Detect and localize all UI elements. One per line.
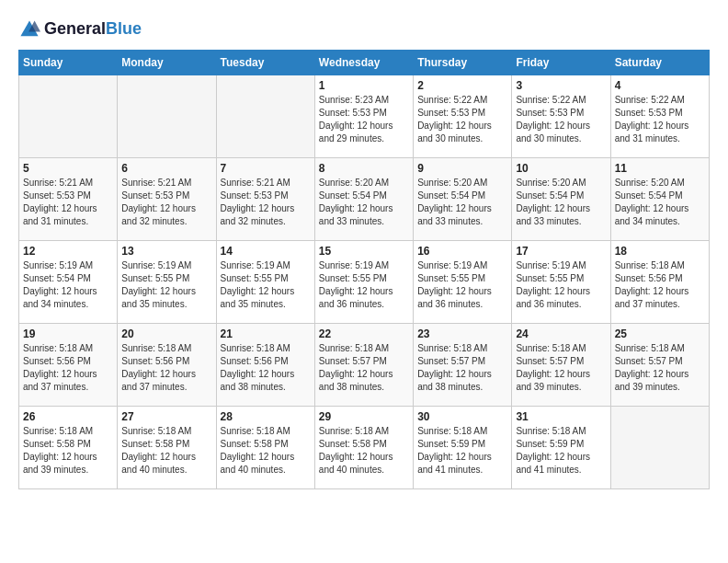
day-info: Sunrise: 5:18 AMSunset: 5:58 PMDaylight:…	[121, 425, 211, 477]
calendar-day-cell	[19, 75, 118, 158]
logo-icon	[18, 18, 40, 40]
logo: GeneralBlue	[18, 18, 142, 40]
day-number: 21	[221, 327, 311, 340]
day-number: 31	[516, 410, 606, 423]
calendar-day-cell: 13Sunrise: 5:19 AMSunset: 5:55 PMDayligh…	[118, 241, 216, 324]
day-number: 2	[417, 79, 507, 92]
day-info: Sunrise: 5:18 AMSunset: 5:58 PMDaylight:…	[319, 425, 409, 477]
calendar-day-cell: 10Sunrise: 5:20 AMSunset: 5:54 PMDayligh…	[512, 158, 610, 241]
day-info: Sunrise: 5:20 AMSunset: 5:54 PMDaylight:…	[319, 177, 409, 228]
day-info: Sunrise: 5:18 AMSunset: 5:56 PMDaylight:…	[23, 342, 113, 394]
day-info: Sunrise: 5:18 AMSunset: 5:58 PMDaylight:…	[23, 425, 113, 477]
day-info: Sunrise: 5:22 AMSunset: 5:53 PMDaylight:…	[417, 94, 507, 145]
calendar-day-cell: 14Sunrise: 5:19 AMSunset: 5:55 PMDayligh…	[216, 241, 314, 324]
day-number: 20	[121, 327, 211, 340]
day-info: Sunrise: 5:21 AMSunset: 5:53 PMDaylight:…	[121, 177, 211, 228]
day-number: 13	[121, 245, 211, 258]
day-info: Sunrise: 5:21 AMSunset: 5:53 PMDaylight:…	[23, 177, 113, 228]
day-info: Sunrise: 5:18 AMSunset: 5:57 PMDaylight:…	[615, 342, 705, 394]
day-info: Sunrise: 5:18 AMSunset: 5:59 PMDaylight:…	[417, 425, 507, 477]
day-number: 9	[417, 162, 507, 175]
calendar-day-cell: 7Sunrise: 5:21 AMSunset: 5:53 PMDaylight…	[216, 158, 314, 241]
calendar-day-cell: 9Sunrise: 5:20 AMSunset: 5:54 PMDaylight…	[414, 158, 512, 241]
calendar-day-cell: 28Sunrise: 5:18 AMSunset: 5:58 PMDayligh…	[216, 407, 314, 489]
day-info: Sunrise: 5:18 AMSunset: 5:57 PMDaylight:…	[319, 342, 409, 394]
calendar-day-header: Thursday	[414, 51, 512, 75]
calendar-week-row: 19Sunrise: 5:18 AMSunset: 5:56 PMDayligh…	[19, 324, 710, 407]
day-number: 6	[121, 162, 211, 175]
calendar-day-header: Friday	[512, 51, 610, 75]
calendar-day-cell: 2Sunrise: 5:22 AMSunset: 5:53 PMDaylight…	[414, 75, 512, 158]
calendar-day-cell	[610, 407, 709, 489]
calendar-day-cell: 20Sunrise: 5:18 AMSunset: 5:56 PMDayligh…	[118, 324, 216, 407]
day-number: 27	[121, 410, 211, 423]
day-info: Sunrise: 5:20 AMSunset: 5:54 PMDaylight:…	[516, 177, 606, 228]
calendar-day-cell: 30Sunrise: 5:18 AMSunset: 5:59 PMDayligh…	[414, 407, 512, 489]
day-number: 7	[221, 162, 311, 175]
calendar-day-cell: 23Sunrise: 5:18 AMSunset: 5:57 PMDayligh…	[414, 324, 512, 407]
day-number: 11	[615, 162, 705, 175]
calendar-day-cell: 29Sunrise: 5:18 AMSunset: 5:58 PMDayligh…	[314, 407, 413, 489]
day-number: 12	[23, 245, 113, 258]
day-info: Sunrise: 5:22 AMSunset: 5:53 PMDaylight:…	[516, 94, 606, 145]
day-info: Sunrise: 5:18 AMSunset: 5:57 PMDaylight:…	[417, 342, 507, 394]
day-info: Sunrise: 5:18 AMSunset: 5:56 PMDaylight:…	[221, 342, 311, 394]
calendar-day-cell: 1Sunrise: 5:23 AMSunset: 5:53 PMDaylight…	[314, 75, 413, 158]
day-number: 10	[516, 162, 606, 175]
day-info: Sunrise: 5:19 AMSunset: 5:55 PMDaylight:…	[221, 259, 311, 311]
day-info: Sunrise: 5:18 AMSunset: 5:56 PMDaylight:…	[121, 342, 211, 394]
calendar-day-cell: 19Sunrise: 5:18 AMSunset: 5:56 PMDayligh…	[19, 324, 118, 407]
day-number: 8	[319, 162, 409, 175]
day-number: 23	[417, 327, 507, 340]
day-number: 17	[516, 245, 606, 258]
calendar-day-header: Monday	[118, 51, 216, 75]
calendar-day-cell: 5Sunrise: 5:21 AMSunset: 5:53 PMDaylight…	[19, 158, 118, 241]
calendar-week-row: 1Sunrise: 5:23 AMSunset: 5:53 PMDaylight…	[19, 75, 710, 158]
day-info: Sunrise: 5:19 AMSunset: 5:55 PMDaylight:…	[121, 259, 211, 311]
calendar-week-row: 12Sunrise: 5:19 AMSunset: 5:54 PMDayligh…	[19, 241, 710, 324]
day-info: Sunrise: 5:18 AMSunset: 5:57 PMDaylight:…	[516, 342, 606, 394]
day-number: 28	[221, 410, 311, 423]
calendar-day-cell: 3Sunrise: 5:22 AMSunset: 5:53 PMDaylight…	[512, 75, 610, 158]
day-number: 15	[319, 245, 409, 258]
calendar-day-cell: 31Sunrise: 5:18 AMSunset: 5:59 PMDayligh…	[512, 407, 610, 489]
calendar-day-header: Saturday	[610, 51, 709, 75]
day-info: Sunrise: 5:20 AMSunset: 5:54 PMDaylight:…	[417, 177, 507, 228]
day-info: Sunrise: 5:22 AMSunset: 5:53 PMDaylight:…	[615, 94, 705, 145]
day-number: 4	[615, 79, 705, 92]
day-number: 25	[615, 327, 705, 340]
calendar-day-cell: 24Sunrise: 5:18 AMSunset: 5:57 PMDayligh…	[512, 324, 610, 407]
calendar-day-cell: 18Sunrise: 5:18 AMSunset: 5:56 PMDayligh…	[610, 241, 709, 324]
calendar-day-cell: 8Sunrise: 5:20 AMSunset: 5:54 PMDaylight…	[314, 158, 413, 241]
day-number: 14	[221, 245, 311, 258]
calendar-day-cell: 25Sunrise: 5:18 AMSunset: 5:57 PMDayligh…	[610, 324, 709, 407]
day-number: 19	[23, 327, 113, 340]
day-info: Sunrise: 5:21 AMSunset: 5:53 PMDaylight:…	[221, 177, 311, 228]
calendar-day-cell: 11Sunrise: 5:20 AMSunset: 5:54 PMDayligh…	[610, 158, 709, 241]
day-number: 26	[23, 410, 113, 423]
calendar-header-row: SundayMondayTuesdayWednesdayThursdayFrid…	[19, 51, 710, 75]
calendar-table: SundayMondayTuesdayWednesdayThursdayFrid…	[18, 50, 710, 489]
day-info: Sunrise: 5:18 AMSunset: 5:56 PMDaylight:…	[615, 259, 705, 311]
calendar-day-cell: 12Sunrise: 5:19 AMSunset: 5:54 PMDayligh…	[19, 241, 118, 324]
day-number: 30	[417, 410, 507, 423]
day-number: 18	[615, 245, 705, 258]
calendar-day-cell: 21Sunrise: 5:18 AMSunset: 5:56 PMDayligh…	[216, 324, 314, 407]
calendar-day-cell: 26Sunrise: 5:18 AMSunset: 5:58 PMDayligh…	[19, 407, 118, 489]
day-info: Sunrise: 5:20 AMSunset: 5:54 PMDaylight:…	[615, 177, 705, 228]
day-info: Sunrise: 5:19 AMSunset: 5:55 PMDaylight:…	[417, 259, 507, 311]
day-info: Sunrise: 5:19 AMSunset: 5:54 PMDaylight:…	[23, 259, 113, 311]
day-number: 3	[516, 79, 606, 92]
calendar-day-cell: 22Sunrise: 5:18 AMSunset: 5:57 PMDayligh…	[314, 324, 413, 407]
calendar-week-row: 5Sunrise: 5:21 AMSunset: 5:53 PMDaylight…	[19, 158, 710, 241]
calendar-day-cell: 4Sunrise: 5:22 AMSunset: 5:53 PMDaylight…	[610, 75, 709, 158]
logo-text: GeneralBlue	[44, 19, 142, 40]
day-info: Sunrise: 5:18 AMSunset: 5:58 PMDaylight:…	[221, 425, 311, 477]
day-number: 24	[516, 327, 606, 340]
day-info: Sunrise: 5:18 AMSunset: 5:59 PMDaylight:…	[516, 425, 606, 477]
day-number: 16	[417, 245, 507, 258]
calendar-day-cell: 16Sunrise: 5:19 AMSunset: 5:55 PMDayligh…	[414, 241, 512, 324]
calendar-day-cell: 6Sunrise: 5:21 AMSunset: 5:53 PMDaylight…	[118, 158, 216, 241]
calendar-day-cell	[118, 75, 216, 158]
calendar-day-header: Sunday	[19, 51, 118, 75]
